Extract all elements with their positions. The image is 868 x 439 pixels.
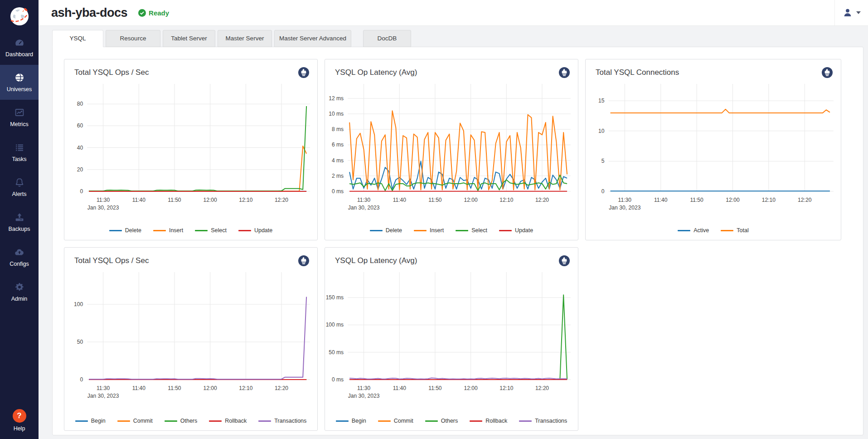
prometheus-icon[interactable] bbox=[558, 67, 570, 78]
legend-swatch bbox=[456, 230, 468, 231]
app-logo[interactable] bbox=[0, 0, 39, 30]
legend-label: Begin bbox=[91, 418, 106, 424]
legend-item-transactions[interactable]: Transactions bbox=[258, 418, 306, 424]
legend-label: Others bbox=[441, 418, 458, 424]
app-screen: Dashboard Universes Metrics bbox=[0, 0, 868, 439]
svg-text:100: 100 bbox=[74, 301, 83, 307]
sidebar-item-help[interactable]: ? Help bbox=[0, 409, 39, 432]
svg-text:11:30: 11:30 bbox=[97, 385, 110, 391]
legend-item-total[interactable]: Total bbox=[721, 227, 748, 234]
legend-label: Total bbox=[737, 227, 748, 234]
legend-swatch bbox=[678, 230, 690, 231]
legend-swatch bbox=[370, 230, 383, 231]
sidebar-item-metrics[interactable]: Metrics bbox=[0, 100, 39, 135]
svg-text:11:40: 11:40 bbox=[132, 197, 146, 203]
svg-text:12:00: 12:00 bbox=[204, 385, 217, 391]
prometheus-icon[interactable] bbox=[298, 67, 310, 78]
legend-label: Rollback bbox=[485, 418, 507, 424]
legend-label: Select bbox=[471, 227, 487, 234]
svg-text:12:10: 12:10 bbox=[239, 385, 252, 391]
svg-text:12:20: 12:20 bbox=[535, 197, 549, 203]
chart-card-total-ysql-ops-row1: Total YSQL Ops / Sec 02040608011:3011:40… bbox=[64, 59, 318, 240]
svg-text:0: 0 bbox=[601, 188, 605, 195]
legend-item-select[interactable]: Select bbox=[195, 227, 227, 234]
svg-text:60: 60 bbox=[77, 122, 83, 129]
legend-item-update[interactable]: Update bbox=[238, 227, 272, 234]
legend-item-commit[interactable]: Commit bbox=[117, 418, 153, 424]
sidebar-item-tasks[interactable]: Tasks bbox=[0, 135, 39, 170]
svg-text:15: 15 bbox=[598, 98, 605, 104]
user-icon bbox=[842, 7, 853, 18]
tab-docdb[interactable]: DocDB bbox=[363, 30, 411, 47]
legend-swatch bbox=[238, 230, 251, 231]
chart-legend: ActiveTotal bbox=[586, 227, 841, 240]
user-menu[interactable] bbox=[834, 0, 868, 25]
legend-item-transactions[interactable]: Transactions bbox=[519, 418, 567, 424]
legend-item-delete[interactable]: Delete bbox=[109, 227, 141, 234]
legend-item-select[interactable]: Select bbox=[456, 227, 487, 234]
legend-label: Transactions bbox=[535, 418, 567, 424]
svg-text:11:40: 11:40 bbox=[654, 197, 668, 203]
svg-text:Jan 30, 2023: Jan 30, 2023 bbox=[609, 205, 640, 211]
legend-item-commit[interactable]: Commit bbox=[378, 418, 413, 424]
tab-master-server[interactable]: Master Server bbox=[218, 30, 272, 47]
page-title: ash-yba-docs bbox=[51, 6, 127, 20]
tab-master-server-advanced[interactable]: Master Server Advanced bbox=[274, 30, 351, 47]
upload-icon bbox=[14, 212, 25, 223]
svg-text:12 ms: 12 ms bbox=[329, 95, 344, 102]
prometheus-icon[interactable] bbox=[558, 255, 570, 267]
legend-swatch bbox=[153, 230, 166, 231]
chart-plot[interactable]: 02040608011:3011:4011:5012:0012:1012:20J… bbox=[64, 79, 317, 214]
sidebar-item-label: Universes bbox=[7, 86, 32, 93]
chart-title: Total YSQL Connections bbox=[596, 68, 679, 77]
legend-item-insert[interactable]: Insert bbox=[153, 227, 183, 234]
sidebar-nav: Dashboard Universes Metrics bbox=[0, 30, 39, 309]
sidebar-item-admin[interactable]: Admin bbox=[0, 274, 39, 309]
legend-item-others[interactable]: Others bbox=[425, 418, 458, 424]
sidebar-item-dashboard[interactable]: Dashboard bbox=[0, 30, 39, 65]
chart-card-ysql-op-latency-row1: YSQL Op Latency (Avg) 0 ms2 ms4 ms6 ms8 … bbox=[325, 59, 578, 240]
sidebar-item-label: Configs bbox=[10, 261, 29, 267]
prometheus-icon[interactable] bbox=[821, 67, 833, 78]
legend-label: Transactions bbox=[274, 418, 306, 424]
sidebar-item-configs[interactable]: Configs bbox=[0, 239, 39, 274]
chart-plot[interactable]: 0 ms50 ms100 ms150 ms11:3011:4011:5012:0… bbox=[325, 268, 578, 402]
legend-item-others[interactable]: Others bbox=[165, 418, 198, 424]
legend-item-begin[interactable]: Begin bbox=[75, 418, 106, 424]
tab-tablet-server[interactable]: Tablet Server bbox=[163, 30, 215, 47]
legend-item-insert[interactable]: Insert bbox=[414, 227, 444, 234]
status-text: Ready bbox=[149, 9, 169, 17]
chart-card-total-ysql-ops-row2: Total YSQL Ops / Sec 05010011:3011:4011:… bbox=[64, 247, 318, 431]
legend-item-delete[interactable]: Delete bbox=[370, 227, 402, 234]
legend-item-active[interactable]: Active bbox=[678, 227, 709, 234]
svg-text:12:00: 12:00 bbox=[726, 197, 740, 203]
legend-item-rollback[interactable]: Rollback bbox=[209, 418, 247, 424]
sidebar-item-label: Admin bbox=[11, 296, 27, 302]
svg-text:150 ms: 150 ms bbox=[326, 294, 344, 301]
svg-text:Jan 30, 2023: Jan 30, 2023 bbox=[348, 205, 380, 211]
tab-resource[interactable]: Resource bbox=[106, 30, 160, 47]
svg-text:12:00: 12:00 bbox=[464, 385, 478, 391]
sidebar-item-backups[interactable]: Backups bbox=[0, 205, 39, 239]
sidebar-item-label: Tasks bbox=[12, 156, 27, 162]
legend-swatch bbox=[117, 420, 130, 422]
legend-swatch bbox=[425, 420, 438, 422]
svg-text:80: 80 bbox=[77, 101, 83, 107]
svg-text:100 ms: 100 ms bbox=[326, 322, 344, 328]
legend-item-rollback[interactable]: Rollback bbox=[470, 418, 507, 424]
gear-icon bbox=[14, 282, 25, 293]
chart-plot[interactable]: 0 ms2 ms4 ms6 ms8 ms10 ms12 ms11:3011:40… bbox=[325, 79, 578, 214]
svg-text:20: 20 bbox=[77, 166, 83, 173]
tab-ysql[interactable]: YSQL bbox=[52, 30, 103, 47]
svg-text:11:50: 11:50 bbox=[428, 197, 442, 203]
legend-label: Commit bbox=[394, 418, 413, 424]
chart-plot[interactable]: 05101511:3011:4011:5012:0012:1012:20Jan … bbox=[586, 79, 841, 214]
prometheus-icon[interactable] bbox=[298, 255, 310, 267]
chart-plot[interactable]: 05010011:3011:4011:5012:0012:1012:20Jan … bbox=[64, 268, 317, 402]
sidebar-item-alerts[interactable]: Alerts bbox=[0, 170, 39, 205]
svg-text:12:20: 12:20 bbox=[275, 197, 288, 203]
legend-item-begin[interactable]: Begin bbox=[336, 418, 366, 424]
svg-text:12:20: 12:20 bbox=[275, 385, 288, 391]
legend-item-update[interactable]: Update bbox=[499, 227, 533, 234]
sidebar-item-universes[interactable]: Universes bbox=[0, 65, 39, 100]
